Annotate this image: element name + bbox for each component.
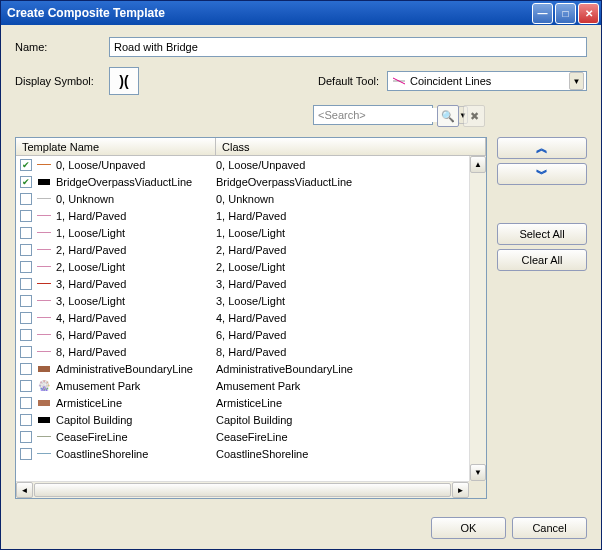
row-checkbox[interactable] bbox=[20, 210, 32, 222]
table-row[interactable]: 3, Hard/Paved3, Hard/Paved bbox=[16, 275, 486, 292]
table-row[interactable]: 0, Unknown0, Unknown bbox=[16, 190, 486, 207]
table-row[interactable]: 1, Loose/Light1, Loose/Light bbox=[16, 224, 486, 241]
row-name: 1, Hard/Paved bbox=[56, 210, 126, 222]
row-name: 2, Loose/Light bbox=[56, 261, 125, 273]
row-symbol-icon bbox=[36, 210, 52, 222]
maximize-button[interactable]: □ bbox=[555, 3, 576, 24]
row-symbol-icon bbox=[36, 329, 52, 341]
table-row[interactable]: ✔BridgeOverpassViaductLineBridgeOverpass… bbox=[16, 173, 486, 190]
table-row[interactable]: 4, Hard/Paved4, Hard/Paved bbox=[16, 309, 486, 326]
default-tool-select[interactable]: Coincident Lines ▼ bbox=[387, 71, 587, 91]
row-checkbox[interactable] bbox=[20, 448, 32, 460]
name-input[interactable] bbox=[109, 37, 587, 57]
row-checkbox[interactable] bbox=[20, 329, 32, 341]
row-checkbox[interactable] bbox=[20, 346, 32, 358]
search-button[interactable]: 🔍 bbox=[437, 105, 459, 127]
row-checkbox[interactable] bbox=[20, 414, 32, 426]
main-area: Template Name Class ✔0, Loose/Unpaved0, … bbox=[15, 137, 587, 499]
move-down-button[interactable]: ︾ bbox=[497, 163, 587, 185]
table-row[interactable]: 2, Loose/Light2, Loose/Light bbox=[16, 258, 486, 275]
row-checkbox[interactable] bbox=[20, 380, 32, 392]
template-list: Template Name Class ✔0, Loose/Unpaved0, … bbox=[15, 137, 487, 499]
dialog-window: Create Composite Template — □ ✕ Name: Di… bbox=[0, 0, 602, 550]
row-class: 4, Hard/Paved bbox=[216, 312, 486, 324]
row-symbol-icon bbox=[36, 312, 52, 324]
chevron-down-icon: ▼ bbox=[569, 72, 584, 90]
row-checkbox[interactable] bbox=[20, 193, 32, 205]
row-checkbox[interactable] bbox=[20, 431, 32, 443]
window-title: Create Composite Template bbox=[7, 6, 532, 20]
ok-button[interactable]: OK bbox=[431, 517, 506, 539]
table-row[interactable]: 🎡Amusement ParkAmusement Park bbox=[16, 377, 486, 394]
row-checkbox[interactable] bbox=[20, 312, 32, 324]
vertical-scrollbar[interactable]: ▲ ▼ bbox=[469, 156, 486, 481]
move-up-button[interactable]: ︽ bbox=[497, 137, 587, 159]
row-name: 4, Hard/Paved bbox=[56, 312, 126, 324]
row-name: 3, Loose/Light bbox=[56, 295, 125, 307]
row-checkbox[interactable] bbox=[20, 363, 32, 375]
row-checkbox[interactable] bbox=[20, 278, 32, 290]
row-symbol-icon bbox=[36, 363, 52, 375]
row-class: CeaseFireLine bbox=[216, 431, 486, 443]
row-name: 6, Hard/Paved bbox=[56, 329, 126, 341]
default-tool-value: Coincident Lines bbox=[410, 75, 565, 87]
name-label: Name: bbox=[15, 41, 101, 53]
table-row[interactable]: 6, Hard/Paved6, Hard/Paved bbox=[16, 326, 486, 343]
row-checkbox[interactable] bbox=[20, 397, 32, 409]
table-row[interactable]: 8, Hard/Paved8, Hard/Paved bbox=[16, 343, 486, 360]
row-name: 0, Loose/Unpaved bbox=[56, 159, 145, 171]
header-template-name[interactable]: Template Name bbox=[16, 138, 216, 155]
row-class: AdministrativeBoundaryLine bbox=[216, 363, 486, 375]
display-symbol-button[interactable]: )( bbox=[109, 67, 139, 95]
table-row[interactable]: 1, Hard/Paved1, Hard/Paved bbox=[16, 207, 486, 224]
table-row[interactable]: 3, Loose/Light3, Loose/Light bbox=[16, 292, 486, 309]
row-symbol-icon bbox=[36, 227, 52, 239]
row-name: 0, Unknown bbox=[56, 193, 114, 205]
row-checkbox[interactable] bbox=[20, 261, 32, 273]
row-checkbox[interactable] bbox=[20, 227, 32, 239]
row-class: 1, Hard/Paved bbox=[216, 210, 486, 222]
scroll-thumb[interactable] bbox=[34, 483, 451, 497]
list-header: Template Name Class bbox=[16, 138, 486, 156]
scroll-down-icon[interactable]: ▼ bbox=[470, 464, 486, 481]
dialog-content: Name: Display Symbol: )( Default Tool: C… bbox=[1, 25, 601, 549]
row-checkbox[interactable]: ✔ bbox=[20, 159, 32, 171]
table-row[interactable]: 2, Hard/Paved2, Hard/Paved bbox=[16, 241, 486, 258]
window-buttons: — □ ✕ bbox=[532, 3, 599, 24]
footer: OK Cancel bbox=[15, 509, 587, 539]
table-row[interactable]: CoastlineShorelineCoastlineShoreline bbox=[16, 445, 486, 462]
row-class: 6, Hard/Paved bbox=[216, 329, 486, 341]
table-row[interactable]: Capitol BuildingCapitol Building bbox=[16, 411, 486, 428]
row-class: ArmisticeLine bbox=[216, 397, 486, 409]
row-checkbox[interactable] bbox=[20, 295, 32, 307]
row-symbol-icon: 🎡 bbox=[36, 380, 52, 392]
clear-all-button[interactable]: Clear All bbox=[497, 249, 587, 271]
row-name: 1, Loose/Light bbox=[56, 227, 125, 239]
row-class: 8, Hard/Paved bbox=[216, 346, 486, 358]
scroll-corner bbox=[469, 481, 486, 498]
search-row: ▼ 🔍 ✖ bbox=[15, 105, 487, 127]
header-class[interactable]: Class bbox=[216, 138, 486, 155]
scroll-left-icon[interactable]: ◄ bbox=[16, 482, 33, 498]
row-class: 1, Loose/Light bbox=[216, 227, 486, 239]
scroll-right-icon[interactable]: ► bbox=[452, 482, 469, 498]
chevron-double-up-icon: ︽ bbox=[536, 140, 548, 157]
minimize-button[interactable]: — bbox=[532, 3, 553, 24]
table-row[interactable]: ArmisticeLineArmisticeLine bbox=[16, 394, 486, 411]
close-button[interactable]: ✕ bbox=[578, 3, 599, 24]
search-icon: 🔍 bbox=[441, 110, 455, 123]
row-checkbox[interactable]: ✔ bbox=[20, 176, 32, 188]
horizontal-scrollbar[interactable]: ◄ ► bbox=[16, 481, 469, 498]
select-all-button[interactable]: Select All bbox=[497, 223, 587, 245]
list-body[interactable]: ✔0, Loose/Unpaved0, Loose/Unpaved✔Bridge… bbox=[16, 156, 486, 498]
table-row[interactable]: AdministrativeBoundaryLineAdministrative… bbox=[16, 360, 486, 377]
table-row[interactable]: ✔0, Loose/Unpaved0, Loose/Unpaved bbox=[16, 156, 486, 173]
scroll-up-icon[interactable]: ▲ bbox=[470, 156, 486, 173]
row-symbol-icon bbox=[36, 176, 52, 188]
display-symbol-label: Display Symbol: bbox=[15, 75, 101, 87]
row-checkbox[interactable] bbox=[20, 244, 32, 256]
row-class: 3, Loose/Light bbox=[216, 295, 486, 307]
cancel-button[interactable]: Cancel bbox=[512, 517, 587, 539]
table-row[interactable]: CeaseFireLineCeaseFireLine bbox=[16, 428, 486, 445]
row-class: CoastlineShoreline bbox=[216, 448, 486, 460]
